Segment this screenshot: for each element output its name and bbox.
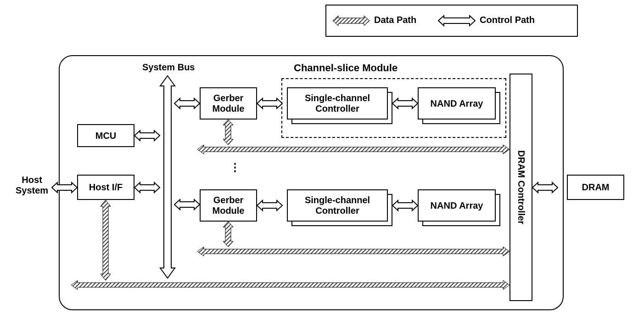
nand2-block: NAND Array bbox=[418, 189, 496, 222]
svg-marker-4 bbox=[134, 131, 160, 141]
gerber2-label: Gerber Module bbox=[213, 195, 245, 216]
svg-marker-5 bbox=[52, 182, 77, 193]
nand1-label: NAND Array bbox=[431, 98, 483, 109]
gerber2-block: Gerber Module bbox=[200, 189, 257, 222]
scc1-label: Single-channel Controller bbox=[305, 93, 370, 114]
bottom-data-bus-arrow bbox=[71, 279, 510, 291]
mcu-label: MCU bbox=[95, 131, 117, 141]
gerber1-block: Gerber Module bbox=[200, 87, 257, 120]
scc1-nand1-arrow bbox=[392, 97, 418, 110]
svg-marker-9 bbox=[257, 98, 282, 108]
gerber2-scc2-arrow bbox=[257, 199, 282, 212]
legend-data-path-label: Data Path bbox=[374, 15, 416, 25]
bus-gerber1-arrow bbox=[174, 97, 200, 110]
channel-slice-label: Channel-slice Module bbox=[294, 62, 398, 74]
svg-marker-15 bbox=[392, 200, 418, 211]
dram-controller-label: DRAM Controller bbox=[516, 150, 526, 224]
gerber1-label: Gerber Module bbox=[213, 93, 245, 114]
svg-marker-18 bbox=[71, 280, 510, 290]
svg-marker-13 bbox=[174, 199, 200, 210]
top-data-bus-arrow bbox=[197, 144, 510, 155]
host-if-block: Host I/F bbox=[77, 175, 134, 200]
svg-marker-16 bbox=[223, 222, 233, 247]
svg-marker-8 bbox=[174, 98, 200, 108]
dram-controller-block: DRAM Controller bbox=[510, 74, 532, 301]
svg-marker-10 bbox=[392, 98, 418, 108]
svg-marker-19 bbox=[532, 182, 558, 193]
svg-marker-14 bbox=[257, 200, 282, 211]
dram-label: DRAM bbox=[582, 182, 610, 193]
host-if-bus-arrow bbox=[134, 181, 160, 194]
mcu-block: MCU bbox=[77, 124, 134, 147]
nand1-block: NAND Array bbox=[418, 87, 496, 120]
svg-marker-11 bbox=[223, 120, 233, 145]
mid-data-bus-arrow bbox=[197, 246, 510, 257]
host-system-label: HostSystem bbox=[16, 175, 48, 196]
dram-block: DRAM bbox=[567, 175, 624, 200]
host-system-arrow bbox=[52, 181, 77, 194]
gerber2-data-arrow bbox=[221, 222, 235, 247]
svg-marker-1 bbox=[333, 16, 370, 26]
nand2-label: NAND Array bbox=[431, 200, 483, 211]
svg-marker-2 bbox=[438, 16, 475, 26]
gerber1-data-arrow bbox=[221, 120, 235, 145]
bus-gerber2-arrow bbox=[174, 198, 200, 211]
host-if-label: Host I/F bbox=[89, 182, 123, 193]
host-if-data-arrow bbox=[99, 200, 112, 280]
svg-marker-12 bbox=[197, 145, 510, 154]
svg-marker-6 bbox=[134, 182, 160, 193]
dramctrl-dram-arrow bbox=[532, 181, 558, 194]
system-bus-arrow bbox=[158, 76, 177, 278]
legend-control-path-arrow bbox=[438, 14, 475, 28]
gerber1-scc1-arrow bbox=[257, 97, 282, 110]
system-bus-label: System Bus bbox=[142, 62, 195, 73]
svg-marker-17 bbox=[197, 247, 510, 256]
scc2-block: Single-channel Controller bbox=[287, 189, 388, 222]
svg-marker-7 bbox=[101, 200, 111, 280]
legend-control-path-label: Control Path bbox=[480, 15, 535, 25]
scc2-nand2-arrow bbox=[392, 199, 418, 212]
scc1-block: Single-channel Controller bbox=[287, 87, 388, 120]
scc2-label: Single-channel Controller bbox=[305, 195, 370, 216]
svg-marker-3 bbox=[160, 76, 175, 278]
mcu-bus-arrow bbox=[134, 129, 160, 142]
legend-data-path-arrow bbox=[333, 14, 370, 28]
ellipsis: ⋮ bbox=[230, 161, 241, 174]
